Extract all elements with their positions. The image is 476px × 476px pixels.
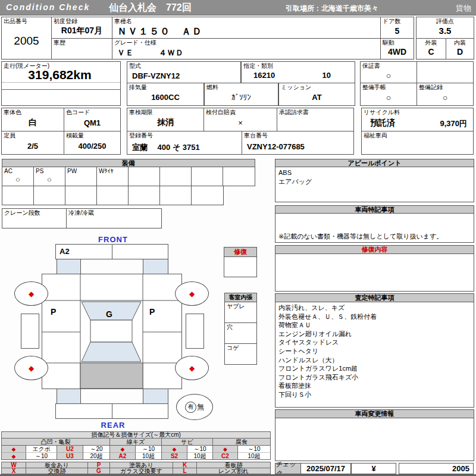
registration-number-cell: 登録番号 室蘭 400 そ 3751 xyxy=(127,131,242,155)
lot-number-value: 2005 xyxy=(2,23,51,59)
equipment-cell-ac: AC ○ xyxy=(2,167,34,186)
assessment-line: シートヘタリ xyxy=(278,347,471,356)
repair-presence-yes-circled: 有 xyxy=(185,402,196,413)
welfare-vehicle-label: 福祉車両 xyxy=(364,132,387,139)
drive-value: 4WD xyxy=(381,45,414,59)
legend-text: ～10 xyxy=(35,452,48,461)
assessment-line: タイヤスタッドレス xyxy=(278,338,471,347)
cabin-lining-row-label: ヤブレ xyxy=(227,303,245,310)
check-label-cell: チェック xyxy=(275,463,301,474)
crane-steps-label: クレーン段数 xyxy=(4,209,40,217)
legend-r2-c2: C2 xyxy=(212,452,238,460)
inspection-expiry-cell: 車検期限 抹消 xyxy=(127,108,204,131)
model-code-value: DBF-VZNY12 xyxy=(132,71,180,80)
damage-diamond-mark: ◆ xyxy=(189,290,195,298)
check-sign-value: ¥ xyxy=(371,464,375,473)
cabin-lining-row-label: 穴 xyxy=(227,324,233,331)
damage-diamond-mark: ◆ xyxy=(29,290,34,298)
rear-fender-right-panel xyxy=(143,389,168,404)
diamond-icon: ◆ xyxy=(173,446,177,452)
vehicle-notes-header: 車両特記事項 xyxy=(275,205,474,214)
warranty-mark: ○ xyxy=(361,68,416,83)
chassis-number-label: 車台番号 xyxy=(244,132,268,139)
legend-code-g-desc: ガラス交換要す xyxy=(109,468,173,474)
approval-request-cell: 承認請求書 xyxy=(277,108,354,131)
crane-steps-cell: クレーン段数 xyxy=(2,208,67,228)
wheel-front-left: ◆ xyxy=(14,281,48,306)
recycle-status-value: 預託済 xyxy=(370,118,395,129)
approval-request-value xyxy=(277,114,353,131)
capacity-value: 2/5 xyxy=(2,137,64,154)
cabin-lining-title: 客室内張 xyxy=(229,293,253,302)
fuel-cell: 燃料 ｶﾞｿﾘﾝ xyxy=(204,83,278,106)
capacity-cell: 定員 2/5 xyxy=(1,131,64,155)
mileage-cell: 走行(現メーター) 319,682km xyxy=(1,61,121,106)
warranty-cell: 保証書 ○ xyxy=(360,61,417,83)
cabin-lining-row-tear: ヤブレ xyxy=(224,302,257,323)
displacement-value: 1600CC xyxy=(127,89,203,105)
model-name-cell: 車種名 ＮＶ１５０ ＡＤ xyxy=(112,17,381,39)
assessment-line: フロントガラスワレ1cm超 xyxy=(278,364,471,373)
assessment-line: エンジン廻りオイル漏れ xyxy=(278,330,471,339)
cargo-tag: 貨物 xyxy=(456,3,471,14)
check-date-cell: 2025/07/17 xyxy=(300,463,351,474)
doors-cell: ドア数 5 xyxy=(380,17,414,39)
rear-direction-label: REAR xyxy=(89,421,137,430)
chassis-number-value: VZNY12-077685 xyxy=(247,142,305,151)
legend-code-l: L xyxy=(173,468,197,474)
legend-code: S2 xyxy=(171,453,178,459)
appeal-line: エアバッグ xyxy=(278,177,471,186)
legend-r2-diamond: ◆ xyxy=(1,452,26,460)
equipment-cell-pw: PW xyxy=(65,167,97,186)
meter-divider-dotted xyxy=(2,82,120,83)
grade-value: ＶＥ ４ＷＤ xyxy=(117,48,184,58)
legend-text: 20超 xyxy=(90,452,102,461)
wheel-rear-left: ◆ xyxy=(14,356,48,380)
mileage-value: 319,682km xyxy=(2,68,118,82)
warranty-spare-cell xyxy=(416,61,474,83)
check-label: チェック xyxy=(275,460,300,476)
assessment-notes-title: 査定特記事項 xyxy=(355,293,394,302)
equipment-cell-empty xyxy=(223,167,255,186)
score-value: 3.5 xyxy=(416,23,474,38)
assessment-line: 下回りＳ小 xyxy=(278,390,471,399)
legend-r2-u3: U3 xyxy=(57,452,83,460)
load-capacity-cell: 積載量 400/250 xyxy=(64,131,121,155)
front-bumper-right-panel xyxy=(112,244,168,259)
equipment-cell-empty xyxy=(159,186,192,205)
appeal-line: ABS xyxy=(278,168,471,177)
grade-label: グレード・仕様 xyxy=(114,39,156,46)
welfare-vehicle-cell: 福祉車両 xyxy=(361,131,474,155)
equipment-label: Wﾀｲﾔ xyxy=(99,168,113,175)
model-name-value: ＮＶ１５０ ＡＤ xyxy=(117,26,203,38)
equipment-cell-empty xyxy=(159,167,192,186)
body-color-value: 白 xyxy=(2,114,64,131)
recycle-fee-label: リサイクル料 xyxy=(364,109,400,116)
transmission-cell: ミッション AT xyxy=(278,83,355,106)
insurance-cell: 検付自賠責 × xyxy=(203,108,277,131)
recycle-fee-cell: リサイクル料 預託済 9,370円 xyxy=(361,108,474,131)
appeal-points-body: ABS エアバッグ xyxy=(275,167,474,202)
diamond-icon: ◆ xyxy=(223,446,227,452)
registration-number-label: 登録番号 xyxy=(129,132,153,139)
vehicle-body-outline xyxy=(42,274,182,389)
repair-box-title: 修復 xyxy=(234,248,247,256)
damage-code-front-bumper: A2 xyxy=(60,247,70,256)
damage-code-glass: G xyxy=(106,309,112,319)
assessment-line: 外装色褪せＡ、Ｕ、Ｓ、鉄粉付着 xyxy=(278,312,471,321)
doors-value: 5 xyxy=(381,23,414,38)
cabin-lining-header: 客室内張 xyxy=(224,293,257,302)
repair-presence-no: 無 xyxy=(197,402,204,412)
exterior-grade-cell: 外装 C xyxy=(416,38,446,60)
legend-r2-s2: S2 xyxy=(161,452,187,460)
equipment-cell-empty xyxy=(2,186,34,205)
fridge-freezer-cell: 冷凍/冷蔵 xyxy=(66,208,162,228)
rear-fender-left-panel xyxy=(57,389,81,404)
body-color-cell: 車体色 白 xyxy=(1,108,64,131)
legend-code: L xyxy=(183,468,186,474)
type-class-label: 指定・類別 xyxy=(243,62,273,70)
repair-box-header: 修復 xyxy=(224,247,257,257)
repair-presence-ellipse: 有 無 xyxy=(176,394,213,420)
pickup-location: 引取場所：北海道千歳市美々 xyxy=(286,4,378,14)
damage-diamond-mark: ◆ xyxy=(189,364,195,372)
